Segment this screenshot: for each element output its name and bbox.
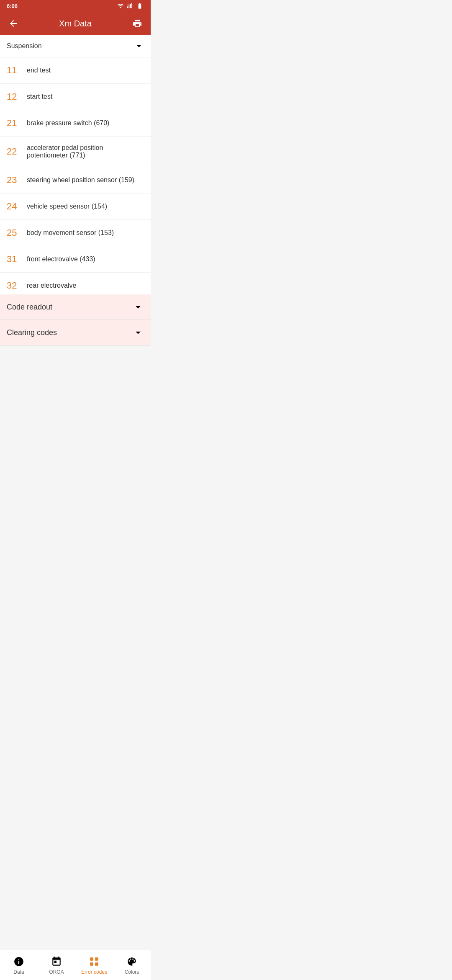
print-icon [132, 18, 142, 28]
item-number: 11 [7, 65, 27, 76]
item-number: 12 [7, 91, 27, 102]
clearing-codes-header[interactable]: Clearing codes [0, 320, 151, 345]
items-list: 11 end test 12 start test 21 brake press… [0, 57, 151, 294]
code-readout-section: Code readout [0, 294, 151, 320]
item-number: 32 [7, 280, 27, 291]
list-item[interactable]: 24 vehicle speed sensor (154) [0, 193, 151, 220]
code-readout-title: Code readout [7, 303, 52, 312]
status-time: 6:06 [7, 3, 18, 9]
dropdown-selected-text: Suspension [7, 42, 42, 50]
item-text: accelerator pedal position potentiometer… [27, 144, 144, 159]
wifi-icon [117, 3, 124, 9]
app-bar-title: Xm Data [59, 19, 92, 28]
chevron-down-icon [134, 41, 144, 51]
clearing-codes-section: Clearing codes [0, 320, 151, 346]
status-icons [117, 3, 144, 9]
svg-rect-3 [131, 3, 132, 8]
item-number: 21 [7, 118, 27, 129]
item-number: 23 [7, 175, 27, 186]
list-item[interactable]: 25 body movement sensor (153) [0, 220, 151, 246]
app-bar: Xm Data [0, 12, 151, 35]
content-area: Suspension 11 end test 12 start test 21 … [0, 35, 151, 376]
battery-icon [136, 3, 144, 9]
code-readout-header[interactable]: Code readout [0, 294, 151, 320]
list-item[interactable]: 23 steering wheel position sensor (159) [0, 167, 151, 193]
list-item[interactable]: 11 end test [0, 57, 151, 84]
list-item[interactable]: 12 start test [0, 84, 151, 110]
print-button[interactable] [129, 15, 146, 32]
list-item[interactable]: 21 brake pressure switch (670) [0, 110, 151, 137]
chevron-down-icon [132, 327, 144, 338]
item-number: 24 [7, 201, 27, 212]
item-text: front electrovalve (433) [27, 255, 144, 263]
item-text: vehicle speed sensor (154) [27, 203, 144, 210]
item-number: 22 [7, 146, 27, 157]
item-text: start test [27, 93, 144, 101]
back-icon [8, 18, 18, 28]
item-number: 31 [7, 254, 27, 265]
status-bar: 6:06 [0, 0, 151, 12]
clearing-codes-title: Clearing codes [7, 328, 57, 337]
list-item[interactable]: 31 front electrovalve (433) [0, 246, 151, 273]
item-text: steering wheel position sensor (159) [27, 176, 144, 184]
back-button[interactable] [5, 15, 22, 32]
svg-rect-1 [128, 5, 129, 8]
item-text: end test [27, 67, 144, 74]
signal-icon [126, 3, 133, 9]
suspension-dropdown[interactable]: Suspension [0, 35, 151, 57]
item-text: rear electrovalve [27, 282, 144, 289]
item-number: 25 [7, 227, 27, 238]
list-item[interactable]: 22 accelerator pedal position potentiome… [0, 137, 151, 167]
list-item[interactable]: 32 rear electrovalve [0, 273, 151, 294]
svg-rect-2 [130, 4, 131, 8]
svg-rect-0 [127, 6, 128, 8]
item-text: body movement sensor (153) [27, 229, 144, 237]
item-text: brake pressure switch (670) [27, 119, 144, 127]
chevron-down-icon [132, 301, 144, 313]
